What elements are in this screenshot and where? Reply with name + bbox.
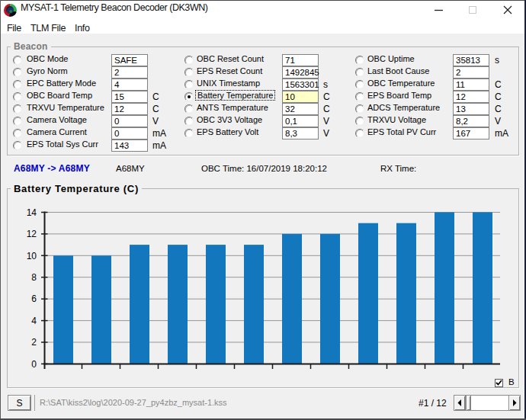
svg-text:12: 12: [27, 229, 37, 239]
svg-text:8: 8: [31, 272, 37, 283]
svg-text:0: 0: [31, 359, 37, 370]
svg-text:10: 10: [27, 251, 37, 261]
svg-text:4: 4: [31, 316, 37, 326]
svg-text:2: 2: [31, 337, 37, 348]
svg-text:6: 6: [31, 293, 37, 304]
svg-text:14: 14: [27, 207, 37, 218]
